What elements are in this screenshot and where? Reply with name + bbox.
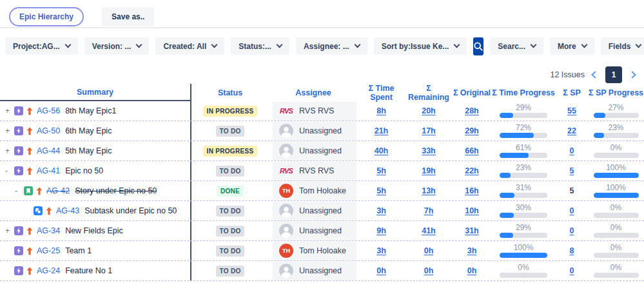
original-link[interactable]: 10h [465,206,479,215]
original-link[interactable]: 66h [465,146,479,155]
expander-toggle[interactable]: - [5,166,14,175]
issue-key-link[interactable]: AG-44 [37,146,60,155]
column-header-2: Status [191,88,269,97]
original-link[interactable]: 28h [465,106,479,115]
column-header-4: Σ Time Spent [358,84,405,102]
issue-key-link[interactable]: AG-41 [37,166,60,175]
time-progress-value: 72% [516,124,531,132]
remaining-link[interactable]: 41h [422,226,436,235]
expander-toggle[interactable]: + [5,126,14,135]
filter-dropdown[interactable]: Project:AG... [5,37,78,55]
sp-link[interactable]: 0 [570,146,574,155]
epic-hierarchy-app: Epic Hierarchy Save as.. Project:AG... V… [0,0,644,281]
status-badge: IN PROGRESS [203,106,258,117]
issue-summary: 6th May Epic [65,126,112,135]
chevron-right-icon[interactable] [629,71,636,78]
remaining-link[interactable]: 7h [424,206,434,215]
assignee-name: RVS RVS [299,166,334,175]
time-progress-value: 100% [514,244,534,251]
search-dropdown-label: Searc... [498,42,525,51]
time-progress-bar: 30% [500,204,547,218]
issue-key-link[interactable]: AG-56 [37,106,60,115]
issue-key-link[interactable]: AG-34 [37,226,60,235]
sp-progress-value: 0% [610,244,621,251]
sp-progress-value: 0% [610,264,621,271]
expander-toggle[interactable]: - [15,186,24,195]
issue-key-link[interactable]: AG-50 [37,126,60,135]
time-spent-link[interactable]: 9h [376,226,386,235]
issue-key-link[interactable]: AG-25 [37,246,60,255]
assignee-name: Tom Holoake [299,186,346,195]
time-spent-link[interactable]: 3h [376,206,386,215]
fields-dropdown[interactable]: Fields [601,37,644,55]
sp-link[interactable]: 0 [570,206,574,215]
search-button[interactable] [473,37,483,55]
sp-link[interactable]: 22 [567,126,576,135]
original-link[interactable]: 29h [465,126,479,135]
filter-label: Version: ... [92,42,132,51]
remaining-link[interactable]: 13h [422,186,436,195]
more-dropdown[interactable]: More [550,37,594,55]
issues-table: SummaryStatusAssigneeΣ Time SpentΣ Remai… [0,84,644,281]
issue-key-link[interactable]: AG-42 [46,186,70,195]
sp-link[interactable]: 5 [570,166,574,175]
sp-link[interactable]: 0 [570,226,574,235]
time-spent-link[interactable]: 5h [376,166,386,175]
page-number-button[interactable]: 1 [605,66,622,83]
view-selector-button[interactable]: Epic Hierarchy [9,7,84,26]
remaining-link[interactable]: 17h [422,126,436,135]
original-link[interactable]: 0h [467,266,477,275]
sp-link[interactable]: 0 [570,266,574,275]
expander-toggle[interactable]: + [5,226,14,235]
time-spent-link[interactable]: 21h [375,126,389,135]
priority-high-icon [26,107,33,115]
sp-link[interactable]: 8 [570,246,574,255]
chevron-left-icon[interactable] [591,71,598,78]
original-link[interactable]: 3h [467,246,477,255]
priority-high-icon [26,167,33,175]
remaining-link[interactable]: 19h [422,166,436,175]
time-spent-link[interactable]: 0h [376,266,386,275]
status-badge: TO DO [216,126,245,137]
filter-label: Assignee: ... [304,42,349,51]
time-progress-bar: 72% [500,124,547,138]
original-link[interactable]: 31h [465,226,479,235]
original-link[interactable]: 22h [465,166,479,175]
time-spent-link[interactable]: 3h [376,246,386,255]
search-dropdown[interactable]: Searc... [490,37,543,55]
time-progress-value: 0% [518,264,529,271]
issue-key-link[interactable]: AG-43 [56,206,79,215]
filter-dropdown[interactable]: Status:... [231,37,289,55]
filter-dropdown[interactable]: Version: ... [84,37,150,55]
chevron-down-icon [354,42,360,48]
time-spent-link[interactable]: 5h [376,186,386,195]
assignee-cell: Unassigned [273,122,356,141]
epic-icon [14,266,23,275]
remaining-link[interactable]: 0h [424,266,434,275]
issue-key-link[interactable]: AG-24 [37,266,60,275]
expander-toggle[interactable]: + [5,146,14,155]
time-progress-bar: 100% [500,244,547,258]
column-header-5: Σ Remaining [405,84,453,102]
filter-dropdown[interactable]: Created: All [155,37,224,55]
table-body: + AG-56 8th May Epic1 IN PROGRESS RVS RV… [0,101,644,281]
filter-dropdown[interactable]: Sort by:Issue Ke... [374,37,467,55]
remaining-link[interactable]: 0h [424,246,434,255]
expander-toggle[interactable]: + [5,106,14,115]
time-spent-link[interactable]: 8h [376,106,386,115]
avatar: RVS [279,164,293,178]
save-as-button[interactable]: Save as.. [102,7,154,26]
filter-label: Project:AG... [13,42,60,51]
column-header-3: Assignee [269,88,358,97]
remaining-link[interactable]: 20h [422,106,436,115]
status-badge: DONE [217,186,244,197]
sp-progress-value: 100% [606,164,626,171]
remaining-link[interactable]: 33h [422,146,436,155]
filter-dropdown[interactable]: Assignee: ... [296,37,367,55]
time-progress-bar: 23% [500,164,547,178]
time-spent-link[interactable]: 40h [375,146,389,155]
priority-high-icon [26,227,33,235]
chevron-down-icon [136,42,142,48]
original-link[interactable]: 16h [465,186,479,195]
sp-link[interactable]: 55 [567,106,576,115]
